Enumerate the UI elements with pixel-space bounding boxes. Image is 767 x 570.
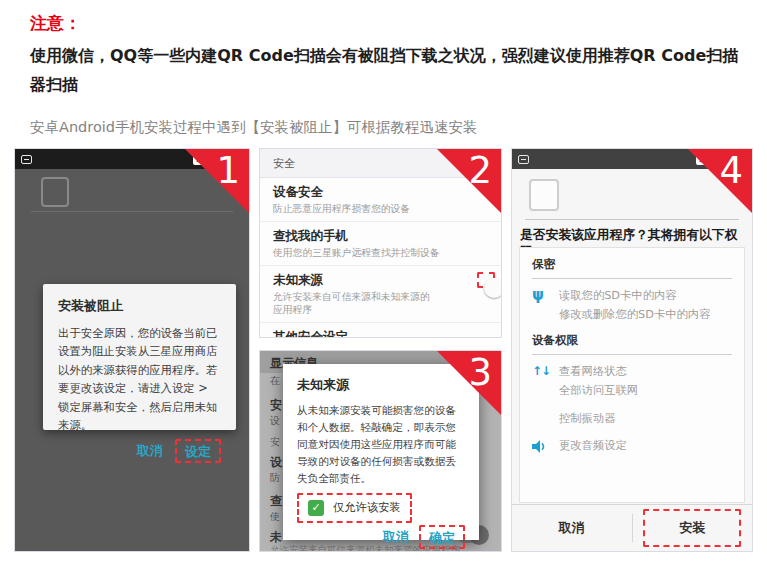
permission-text: 读取您的SD卡中的内容 — [559, 287, 710, 306]
dialog-title: 未知来源 — [297, 376, 465, 394]
row-label: 其他安全设定 — [273, 329, 488, 338]
checkbox-label: 仅允许该安装 — [333, 500, 401, 515]
permission-row-audio: 更改音频设定 — [532, 437, 732, 457]
notification-count-badge: 1 — [696, 154, 708, 165]
status-bar: 1 4G 7 — [15, 149, 249, 169]
screenshot-step3: 显示信息 在 安 设 安 设 防 查 使 未 允许安装来自可信来源和未知来源的应… — [259, 350, 502, 552]
install-button[interactable]: 安装 — [679, 520, 705, 535]
permission-row-network: ↑↓ 查看网络状态 全部访问互联网 — [532, 363, 732, 400]
settings-row-other-security[interactable]: 其他安全设定 更改安全更新和证书存储等其他安全设定 — [260, 323, 501, 338]
unknown-sources-dialog: 未知来源 从未知来源安装可能损害您的设备和个人数据。轻敲确定，即表示您同意对因使… — [283, 364, 479, 540]
install-button-cell: 安装 — [633, 509, 753, 547]
section-header: 保密 — [532, 257, 732, 272]
permission-row-vibration: 控制振动器 — [532, 410, 732, 429]
dimmed-list-text: 安 — [270, 435, 280, 449]
row-desc: 使用您的三星账户远程查找并控制设备 — [273, 247, 488, 260]
row-label: 未知来源 — [273, 272, 488, 289]
settings-list: 设备安全 防止恶意应用程序损害您的设备 查找我的手机 使用您的三星账户远程查找并… — [260, 177, 501, 338]
dimmed-list-text: 设 — [270, 454, 282, 471]
tutorial-page: 注意： 使用微信，QQ等一些内建QR Code扫描会有被阻挡下载之状况，强烈建议… — [0, 0, 767, 570]
dialog-title: 安装被阻止 — [58, 297, 221, 315]
network-type-indicator: 4G — [208, 154, 222, 164]
app-icon-placeholder — [529, 179, 559, 211]
vibration-icon — [532, 410, 559, 429]
divider — [532, 278, 732, 279]
row-label: 查找我的手机 — [273, 228, 488, 245]
confirm-button[interactable]: 确定 — [421, 527, 463, 548]
screenshot-step4: 1 4G 7 是否安装该应用程序？其将拥有以下权限： 保密 ψ 读取您的SD卡中… — [511, 148, 753, 552]
settings-row-unknown-sources[interactable]: 未知来源 允许安装来自可信来源和未知来源的应用程序 — [260, 266, 501, 323]
dimmed-list-text: 防 — [270, 471, 280, 485]
dimmed-list-text: 在 — [270, 374, 280, 388]
highlight-box — [477, 272, 495, 288]
highlight-box: ✓ 仅允许该安装 — [297, 493, 412, 523]
install-button-bar: 取消 安装 — [512, 504, 752, 551]
section-header: 设备权限 — [532, 333, 732, 348]
signal-strength-icon — [728, 155, 737, 164]
signal-strength-icon — [225, 155, 234, 164]
warning-text: 使用微信，QQ等一些内建QR Code扫描会有被阻挡下载之状况，强烈建议使用推荐… — [30, 42, 744, 100]
cancel-button[interactable]: 取消 — [512, 519, 632, 537]
dimmed-list-text: 使 — [270, 510, 280, 524]
row-desc: 允许安装来自可信来源和未知来源的应用程序 — [273, 291, 433, 317]
network-transfer-icon: ↑↓ — [532, 363, 559, 400]
row-desc: 防止恶意应用程序损害您的设备 — [273, 203, 488, 216]
dialog-body: 出于安全原因，您的设备当前已设置为阻止安装从三星应用商店以外的来源获得的应用程序… — [58, 324, 221, 435]
toggle-knob — [484, 278, 502, 298]
settings-row-find-my-phone[interactable]: 查找我的手机 使用您的三星账户远程查找并控制设备 — [260, 222, 501, 266]
status-bar: 1 4G 7 — [512, 149, 752, 169]
cancel-button[interactable]: 取消 — [129, 439, 171, 463]
audio-settings-icon — [532, 437, 559, 457]
divider — [31, 211, 233, 212]
divider — [532, 354, 732, 355]
clock-text: 7 — [740, 154, 746, 165]
cancel-button[interactable]: 取消 — [375, 525, 417, 549]
permission-text: 更改音频设定 — [559, 437, 627, 456]
notice-heading: 注意： — [30, 12, 81, 35]
dimmed-list-text: 安 — [270, 397, 282, 414]
screenshot-step2: 安全 设备安全 防止恶意应用程序损害您的设备 查找我的手机 使用您的三星账户远程… — [259, 148, 502, 338]
network-type-indicator: 4G — [711, 154, 725, 164]
clock-text: 7 — [237, 154, 243, 165]
notification-count-badge: 1 — [193, 154, 205, 165]
screenshot-capture-icon — [518, 155, 529, 164]
highlight-box: 设定 — [175, 439, 221, 463]
permission-text: 查看网络状态 — [559, 363, 638, 382]
screen-title: 安全 — [260, 149, 501, 177]
dimmed-list-text: 设 — [270, 414, 280, 428]
divider — [525, 219, 739, 220]
permission-row-sd-card: ψ 读取您的SD卡中的内容 修改或删除您的SD卡中的内容 — [532, 287, 732, 324]
highlight-box: 确定 — [419, 525, 465, 549]
dimmed-list-text: 查 — [270, 493, 282, 510]
permission-text: 控制振动器 — [559, 410, 615, 429]
highlight-box: 安装 — [643, 509, 741, 547]
settings-row-device-security[interactable]: 设备安全 防止恶意应用程序损害您的设备 — [260, 178, 501, 222]
permission-text: 全部访问互联网 — [559, 382, 638, 401]
permission-text: 修改或删除您的SD卡中的内容 — [559, 306, 710, 325]
checkbox-checked-icon[interactable]: ✓ — [308, 500, 324, 516]
settings-button[interactable]: 设定 — [177, 441, 219, 462]
install-blocked-dialog: 安装被阻止 出于安全原因，您的设备当前已设置为阻止安装从三星应用商店以外的来源获… — [43, 284, 236, 430]
screenshot-capture-icon — [21, 155, 32, 164]
screenshot-step1: 1 4G 7 安装被阻止 出于安全原因，您的设备当前已设置为阻止安装从三星应用商… — [14, 148, 250, 552]
usb-storage-icon: ψ — [532, 287, 559, 324]
app-icon-placeholder — [41, 177, 69, 207]
permissions-card: 保密 ψ 读取您的SD卡中的内容 修改或删除您的SD卡中的内容 设备权限 ↑↓ … — [519, 247, 745, 503]
dialog-body: 从未知来源安装可能损害您的设备和个人数据。轻敲确定，即表示您同意对因使用这些应用… — [297, 402, 465, 487]
row-label: 设备安全 — [273, 184, 488, 201]
subtitle-text: 安卓Android手机安装过程中遇到【安装被阻止】可根据教程迅速安装 — [30, 118, 478, 137]
